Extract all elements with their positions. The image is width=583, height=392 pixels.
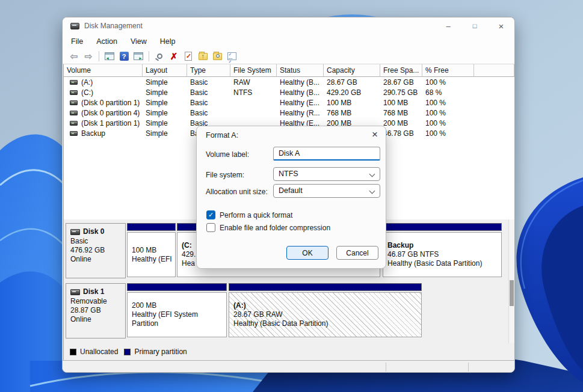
dialog-close-icon[interactable]: × (372, 129, 378, 141)
cell-pct: 100 % (422, 99, 474, 107)
column-header-free-space[interactable]: Free Spa... (380, 64, 422, 76)
folder-export-icon[interactable]: ↑ (197, 51, 208, 61)
file-system-select[interactable]: NTFS (273, 167, 380, 181)
mark-active-icon[interactable] (183, 51, 194, 61)
disk-icon (70, 289, 80, 295)
cell-status: Healthy (B... (277, 78, 324, 87)
table-row[interactable]: (Disk 0 partition 1) Simple Basic Health… (64, 97, 514, 108)
legend-label: Unallocated (80, 348, 118, 356)
volume-name: (Disk 0 partition 4) (81, 109, 140, 117)
partition-color-bar (383, 223, 502, 231)
quick-format-label: Perform a quick format (220, 211, 292, 219)
cell-pct: 100 % (422, 129, 474, 138)
quick-format-checkbox[interactable]: ✓ (206, 210, 215, 219)
menu-view[interactable]: View (128, 37, 149, 46)
cell-type: Basic (187, 78, 230, 87)
partition-color-bar (127, 283, 227, 291)
window-controls: – □ × (435, 17, 514, 34)
volume-drive-icon (70, 90, 78, 95)
compression-checkbox[interactable] (206, 223, 215, 232)
table-row[interactable]: (Disk 0 partition 4) Simple Basic Health… (64, 108, 514, 118)
disk-1-label-panel[interactable]: Disk 1 Removable 28.87 GB Online (66, 283, 126, 338)
help-icon[interactable]: ? (119, 51, 129, 61)
volume-list-header: Volume Layout Type File System Status Ca… (64, 64, 514, 77)
column-header-file-system[interactable]: File System (230, 64, 277, 76)
cell-capacity: 768 MB (324, 109, 380, 117)
partition-status: Healthy (Basic Data Partition) (387, 259, 501, 268)
toolbar-separator (149, 51, 149, 61)
table-row[interactable]: (A:) Simple Basic RAW Healthy (B... 28.6… (64, 77, 514, 87)
cell-layout: Simple (143, 78, 187, 87)
partition-name: (A:) (233, 301, 421, 310)
compression-label: Enable file and folder compression (220, 224, 330, 232)
maximize-button[interactable]: □ (461, 17, 488, 34)
chevron-down-icon (369, 171, 375, 177)
volume-drive-icon (70, 100, 78, 105)
legend-primary-partition: Primary partition (124, 348, 187, 356)
cell-type: Basic (187, 99, 230, 107)
cell-layout: Simple (143, 119, 187, 127)
menu-action[interactable]: Action (94, 37, 120, 46)
delete-icon[interactable]: ✗ (168, 51, 179, 61)
cancel-button[interactable]: Cancel (336, 246, 378, 260)
volume-label-input[interactable]: Disk A (273, 147, 380, 161)
disk-name: Disk 0 (83, 227, 104, 236)
partition-name: Backup (387, 241, 501, 250)
column-header-status[interactable]: Status (277, 64, 324, 76)
minimize-button[interactable]: – (435, 17, 461, 34)
disk-status: Online (70, 255, 125, 264)
app-disk-icon (70, 23, 79, 29)
column-header-capacity[interactable]: Capacity (324, 64, 380, 76)
title-bar: Disk Management – □ × (63, 17, 514, 34)
column-header-blank (474, 64, 514, 76)
close-button[interactable]: × (488, 17, 514, 34)
file-system-label: File system: (206, 171, 244, 179)
column-header-volume[interactable]: Volume (64, 64, 143, 76)
legend-swatch-primary (124, 349, 131, 355)
show-console-tree-icon[interactable]: ◂ (104, 51, 115, 61)
disk-0-label-panel[interactable]: Disk 0 Basic 476.92 GB Online (66, 223, 126, 278)
partition-disk1-efi[interactable]: 200 MB Healthy (EFI System Partition (127, 283, 227, 338)
show-action-pane-icon[interactable]: ▸ (133, 51, 144, 61)
disk-name: Disk 1 (83, 287, 104, 296)
menu-help[interactable]: Help (158, 37, 178, 46)
cell-free: 200 MB (380, 119, 422, 127)
column-header-type[interactable]: Type (187, 64, 230, 76)
toolbar-separator (99, 51, 99, 61)
cell-free: 28.67 GB (380, 78, 422, 87)
allocation-unit-select[interactable]: Default (273, 184, 380, 198)
ok-button[interactable]: OK (286, 246, 329, 260)
partition-disk0-backup[interactable]: Backup 46.87 GB NTFS Healthy (Basic Data… (383, 223, 502, 278)
legend-swatch-unallocated (70, 349, 76, 355)
legend-label: Primary partition (134, 348, 187, 356)
disk-size: 476.92 GB (70, 246, 125, 255)
statusbar-separator (386, 363, 386, 372)
partition-disk0-efi[interactable]: 100 MB Healthy (EFI (127, 223, 176, 278)
chevron-down-icon (369, 188, 375, 194)
back-icon[interactable]: ⇦ (69, 51, 79, 61)
cell-free: 290.75 GB (380, 88, 422, 97)
cell-status: Healthy (E... (277, 99, 324, 107)
forward-icon[interactable]: ⇨ (83, 51, 94, 61)
partition-disk1-a[interactable]: (A:) 28.67 GB RAW Healthy (Basic Data Pa… (229, 283, 422, 338)
cell-pct: 68 % (422, 88, 474, 97)
volume-name: (Disk 1 partition 1) (81, 119, 140, 127)
column-header-layout[interactable]: Layout (143, 64, 187, 76)
cell-free: 100 MB (380, 99, 422, 107)
checklist-icon[interactable]: ✓—✓— (226, 51, 237, 61)
cell-type: Basic (187, 88, 230, 97)
status-bar (63, 360, 514, 373)
volume-label-label: Volume label: (206, 150, 249, 159)
cell-pct: 100 % (422, 78, 474, 87)
properties-icon[interactable] (154, 51, 165, 61)
file-system-value: NTFS (279, 170, 298, 178)
partition-color-bar (229, 283, 422, 291)
menu-file[interactable]: File (69, 37, 85, 46)
cell-capacity: 28.67 GB (324, 78, 380, 87)
table-row[interactable]: (C:) Simple Basic NTFS Healthy (B... 429… (64, 87, 514, 97)
folder-find-icon[interactable] (212, 51, 223, 61)
column-header-pct-free[interactable]: % Free (422, 64, 474, 76)
volume-drive-icon (70, 131, 78, 136)
cell-free: 46.78 GB (380, 129, 422, 138)
legend-bar: Unallocated Primary partition (63, 343, 515, 360)
